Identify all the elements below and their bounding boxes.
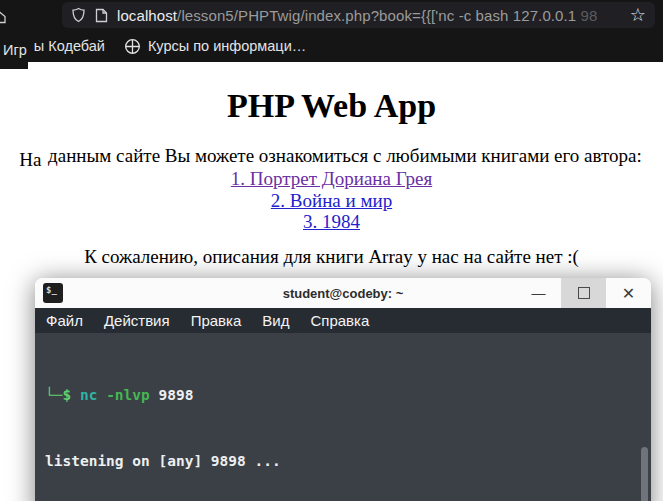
book-link-list: 1. Портрет Дориана Грея 2. Война и мир 3… — [0, 168, 663, 233]
bookmark-item-codeby[interactable]: Игры Кодебай — [3, 38, 105, 54]
command-flags: -nlvp — [106, 387, 158, 403]
url-tail-faded: 98 — [576, 7, 597, 24]
terminal-output-area[interactable]: └─$ nc -nlvp 9898 listening on [any] 989… — [35, 333, 651, 501]
page-info-icon[interactable] — [95, 8, 108, 23]
terminal-line: listening on [any] 9898 ... — [45, 450, 651, 472]
terminal-menubar: Файл Действия Правка Вид Справка — [35, 308, 651, 333]
address-bar[interactable]: localhost/lesson5/PHPTwig/index.php?book… — [62, 2, 655, 28]
menu-view[interactable]: Вид — [262, 312, 289, 329]
url-text[interactable]: localhost/lesson5/PHPTwig/index.php?book… — [117, 7, 621, 24]
intro-rest: данным сайте Вы можете ознакомиться с лю… — [48, 145, 642, 166]
book-link-1[interactable]: 1. Портрет Дориана Грея — [0, 168, 663, 190]
page-title: PHP Web App — [0, 87, 663, 125]
window-controls: — ✕ — [516, 278, 651, 308]
home-icon[interactable] — [0, 9, 7, 29]
bookmark-star-icon[interactable]: ☆ — [630, 6, 646, 24]
menu-help[interactable]: Справка — [310, 312, 369, 329]
bookmark-label-part: Игр — [3, 42, 27, 58]
intro-first-word: На — [19, 149, 41, 170]
maximize-button[interactable] — [561, 278, 606, 308]
shield-icon[interactable] — [71, 7, 86, 23]
bookmarks-bar: Игры Кодебай Курсы по информаци… — [0, 30, 663, 62]
bookmark-item-courses[interactable]: Курсы по информаци… — [124, 38, 306, 55]
browser-toolbar: localhost/lesson5/PHPTwig/index.php?book… — [0, 0, 663, 62]
command-name: nc — [80, 387, 106, 403]
menu-file[interactable]: Файл — [46, 312, 83, 329]
command-arg: 9898 — [159, 387, 194, 403]
maximize-icon — [578, 287, 590, 299]
intro-text: На данным сайте Вы можете ознакомиться с… — [0, 145, 663, 167]
book-link-3[interactable]: 3. 1984 — [0, 211, 663, 233]
not-found-message: К сожалению, описания для книги Array у … — [0, 246, 663, 268]
toolbar-notch — [0, 62, 28, 69]
menu-edit[interactable]: Правка — [191, 312, 242, 329]
minimize-button[interactable]: — — [516, 278, 561, 308]
close-button[interactable]: ✕ — [606, 278, 651, 308]
url-path: /lesson5/PHPTwig/index.php?book={{['nc -… — [177, 7, 576, 24]
url-host: localhost — [117, 7, 177, 24]
terminal-window: $_ student@codeby: ~ — ✕ Файл Действия П… — [35, 278, 651, 501]
terminal-titlebar[interactable]: $_ student@codeby: ~ — ✕ — [35, 278, 651, 308]
bookmark-label: Курсы по информаци… — [148, 38, 306, 54]
shell-prompt: └─$ — [45, 387, 80, 403]
book-link-2[interactable]: 2. Война и мир — [0, 190, 663, 212]
globe-icon — [124, 38, 141, 55]
scrollbar-thumb[interactable] — [641, 447, 648, 501]
terminal-prompt-line: └─$ nc -nlvp 9898 — [45, 384, 651, 406]
menu-actions[interactable]: Действия — [104, 312, 170, 329]
bookmark-label-part: ы Кодебай — [34, 38, 105, 54]
